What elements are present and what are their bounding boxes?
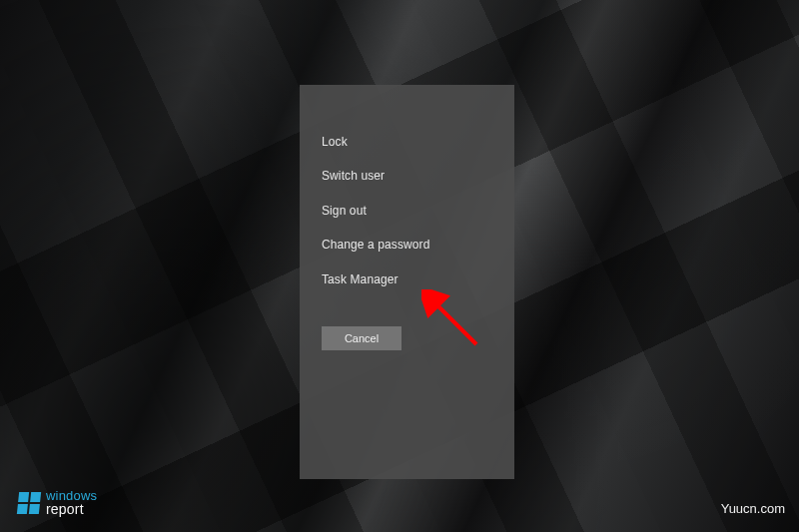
- menu-item-change-password[interactable]: Change a password: [322, 238, 494, 252]
- cancel-button[interactable]: Cancel: [322, 326, 401, 350]
- security-menu-list: Lock Switch user Sign out Change a passw…: [322, 135, 494, 286]
- menu-item-task-manager[interactable]: Task Manager: [322, 272, 494, 286]
- windows-security-options-dialog: Lock Switch user Sign out Change a passw…: [300, 85, 514, 479]
- menu-item-switch-user[interactable]: Switch user: [322, 169, 494, 183]
- menu-item-lock[interactable]: Lock: [322, 135, 494, 149]
- menu-item-sign-out[interactable]: Sign out: [322, 204, 494, 218]
